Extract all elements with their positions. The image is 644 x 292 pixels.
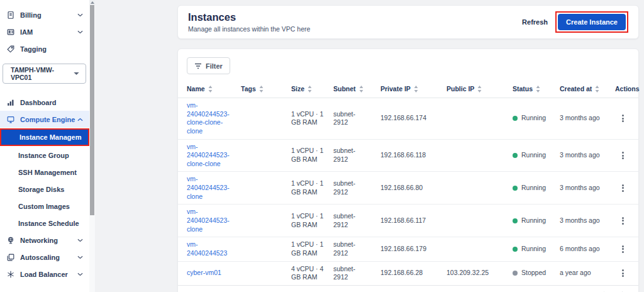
- column-header-subnet[interactable]: Subnet: [333, 82, 380, 96]
- sidebar-scrollbar[interactable]: [89, 0, 95, 292]
- create-instance-button[interactable]: Create Instance: [558, 14, 626, 30]
- row-actions-kebab-icon[interactable]: [619, 242, 627, 256]
- cell-text: subnet-2912: [333, 212, 365, 229]
- cell-text: 1 vCPU · 1 GB RAM: [291, 179, 323, 196]
- sidebar-item-networking[interactable]: Networking: [0, 232, 89, 249]
- subnet-cell: subnet-2912: [333, 209, 380, 232]
- sidebar-item-custom-images[interactable]: Custom Images: [0, 198, 89, 215]
- instance-name-link[interactable]: vm-24040244523-clone: [187, 175, 230, 199]
- cell-text: 3 months ago: [560, 216, 600, 224]
- sidebar-item-autoscaling[interactable]: Autoscaling: [0, 249, 89, 266]
- instance-name-link[interactable]: cyber-vm01: [187, 269, 221, 276]
- tags-cell: [241, 152, 291, 159]
- status-label: Running: [521, 184, 546, 193]
- row-actions-kebab-icon[interactable]: [619, 214, 627, 227]
- instance-name-link[interactable]: vm-24040244523: [187, 240, 227, 257]
- sidebar-item-storage-disks[interactable]: Storage Disks: [0, 181, 89, 198]
- scrollbar-up-arrow-icon[interactable]: [89, 0, 95, 5]
- refresh-button[interactable]: Refresh: [522, 18, 548, 26]
- sidebar-item-tagging[interactable]: Tagging: [0, 40, 89, 57]
- table-row: cyber-vm01 4 vCPU · 4 GB RAM subnet-2912…: [178, 262, 638, 286]
- sidebar: Billing IAM Tagging TAMPH-VMW-VPC01 Dash…: [0, 0, 89, 292]
- column-header-public-ip[interactable]: Public IP: [447, 82, 513, 96]
- table-row: vm-24040244523-clone-clone-clone 1 vCPU …: [178, 98, 638, 140]
- status-dot: [513, 218, 518, 223]
- cell-text: 1 vCPU · 1 GB RAM: [291, 240, 323, 257]
- red-annotation-box: Create Instance: [555, 11, 628, 33]
- status-cell: Running: [513, 213, 560, 228]
- sidebar-item-compute-engine[interactable]: Compute Engine: [0, 111, 89, 128]
- name-cell: vm-24040244523: [187, 237, 241, 261]
- page-header-card: Instances Manage all instances within th…: [177, 5, 639, 39]
- sort-icon: [208, 86, 213, 93]
- cell-text: subnet-2912: [333, 110, 365, 127]
- column-header-private-ip[interactable]: Private IP: [380, 82, 447, 96]
- sort-icon: [477, 86, 482, 93]
- status-cell: Running: [513, 148, 560, 163]
- status-dot: [513, 186, 518, 191]
- row-actions-kebab-icon[interactable]: [619, 181, 627, 194]
- cell-text: a year ago: [560, 269, 591, 276]
- actions-cell: [615, 211, 630, 230]
- page-subtitle: Manage all instances within the VPC here: [188, 25, 310, 33]
- sidebar-item-billing[interactable]: Billing: [0, 6, 89, 23]
- vpc-selector[interactable]: TAMPH-VMW-VPC01: [3, 64, 86, 84]
- sidebar-item-iam[interactable]: IAM: [0, 23, 89, 40]
- name-cell: vm-24040244523-clone-clone: [187, 140, 241, 172]
- subnet-cell: subnet-2912: [333, 143, 380, 167]
- created-at-cell: 3 months ago: [560, 213, 615, 228]
- sidebar-item-instance-schedule[interactable]: Instance Schedule: [0, 215, 89, 232]
- sidebar-item-ssh-management[interactable]: SSH Management: [0, 164, 89, 181]
- main-content: Instances Manage all instances within th…: [177, 0, 639, 292]
- cell-text: 192.168.66.117: [380, 216, 426, 224]
- cell-text: 4 vCPU · 4 GB RAM: [291, 265, 323, 281]
- column-header-tags[interactable]: Tags: [241, 82, 291, 96]
- sort-icon: [414, 86, 418, 93]
- tags-cell: [241, 246, 291, 252]
- sort-icon: [259, 86, 264, 93]
- column-label: Private IP: [380, 85, 411, 93]
- column-header-size[interactable]: Size: [291, 82, 333, 96]
- scrollbar-thumb[interactable]: [90, 5, 94, 215]
- instance-name-link[interactable]: vm-24040244523-clone: [187, 208, 230, 232]
- instance-name-link[interactable]: vm-24040244523-clone-clone: [187, 143, 230, 167]
- column-label: Tags: [241, 85, 256, 93]
- header-actions: Refresh Create Instance: [522, 11, 628, 33]
- sidebar-item-label: Networking: [20, 237, 77, 244]
- size-cell: 4 vCPU · 4 GB RAM: [291, 262, 333, 285]
- table-row: vm-24040244523 1 vCPU · 1 GB RAM subnet-…: [178, 237, 638, 261]
- public-ip-cell: [447, 185, 513, 191]
- sidebar-item-label: Load Balancer: [20, 271, 77, 278]
- networking-icon: [6, 235, 15, 245]
- size-cell: 1 vCPU · 1 GB RAM: [291, 209, 333, 232]
- red-annotation-box: Instance Management: [0, 128, 89, 146]
- column-label: Subnet: [333, 85, 356, 93]
- status-label: Running: [521, 151, 546, 160]
- actions-cell: [615, 264, 630, 283]
- sidebar-item-label: Storage Disks: [18, 186, 83, 193]
- size-cell: 1 vCPU · 1 GB RAM: [291, 176, 333, 199]
- row-actions-kebab-icon[interactable]: [619, 112, 627, 125]
- filter-button[interactable]: Filter: [187, 57, 230, 74]
- vpc-selector-value: TAMPH-VMW-VPC01: [11, 66, 74, 81]
- sidebar-item-instance-management[interactable]: Instance Management: [1, 130, 88, 145]
- sidebar-item-dashboard[interactable]: Dashboard: [0, 94, 89, 111]
- public-ip-cell: [447, 115, 513, 121]
- filter-label: Filter: [206, 62, 223, 70]
- column-header-status[interactable]: Status: [513, 82, 560, 96]
- row-actions-kebab-icon[interactable]: [619, 149, 627, 162]
- sidebar-item-load-balancer[interactable]: Load Balancer: [0, 266, 89, 283]
- row-actions-kebab-icon[interactable]: [619, 267, 627, 280]
- sidebar-item-label: Instance Group: [18, 152, 83, 159]
- status-dot: [513, 271, 518, 276]
- private-ip-cell: 192.168.66.174: [380, 111, 447, 126]
- subnet-cell: subnet-2912: [333, 237, 380, 261]
- table-row: vm-24040244523-clone 1 vCPU · 1 GB RAM s…: [178, 172, 638, 205]
- sidebar-item-instance-group[interactable]: Instance Group: [0, 147, 89, 164]
- column-header-created-at[interactable]: Created at: [560, 82, 615, 96]
- cell-text: 6 months ago: [560, 245, 600, 252]
- cell-text: 103.209.32.25: [447, 269, 489, 276]
- column-header-name[interactable]: Name: [187, 82, 241, 96]
- created-at-cell: a year ago: [560, 266, 615, 281]
- instance-name-link[interactable]: vm-24040244523-clone-clone-clone: [187, 101, 230, 135]
